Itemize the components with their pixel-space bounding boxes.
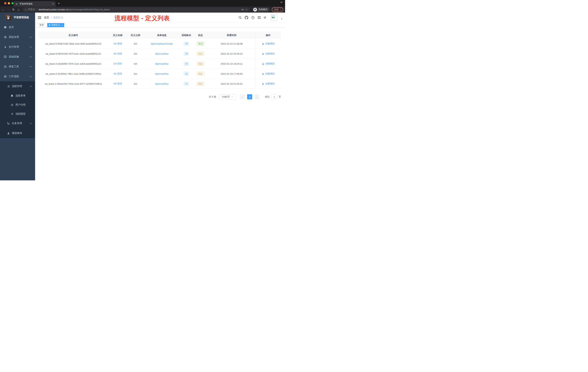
assign-rule-button[interactable]: 分配规则 [262, 82, 274, 85]
table-header: 定义编号 定义名称 定义分类 表单信息 流程版本 状态 部署时间 操作 [38, 32, 281, 39]
tab-favicon-plant-icon [15, 2, 18, 5]
browser-menu-kebab-icon[interactable] [281, 8, 281, 11]
sidebar-item-process-form[interactable]: 流程表单 [0, 91, 35, 100]
search-icon[interactable] [239, 16, 242, 19]
tab-close-icon[interactable]: × [52, 2, 54, 5]
sidebar-item-label: 流程管理 [12, 85, 28, 88]
password-key-icon[interactable] [241, 8, 244, 11]
definition-category: OA [127, 82, 144, 85]
font-size-icon[interactable]: tT [264, 16, 266, 19]
form-link[interactable]: /bpm/oa/flow [155, 72, 168, 75]
definition-name-link[interactable]: OA 请假 [114, 62, 122, 65]
sidebar-item-infrastructure[interactable]: 基础设施 [0, 52, 35, 62]
definition-name-link[interactable]: OA 请假 [114, 52, 122, 55]
next-page-button[interactable]: › [254, 94, 260, 99]
minimize-window-button[interactable] [8, 2, 10, 4]
browser-toolbar: ← → ↻ ⌂ ⚠ 不安全 dashboard.yudao.iocoder.cn… [0, 7, 285, 12]
forward-button[interactable]: → [6, 8, 10, 11]
home-button[interactable]: ⌂ [16, 8, 21, 11]
task-tree-icon [7, 122, 10, 125]
sidebar-item-workflow[interactable]: 工作流程 [0, 72, 35, 81]
header-actions: ? tT ▼ [239, 15, 283, 21]
url-text[interactable]: dashboard.yudao.iocoder.cn/bpm/manager/d… [39, 8, 240, 11]
chevron-up-icon [30, 86, 32, 87]
assign-rule-button[interactable]: 分配规则 [262, 52, 274, 55]
form-link[interactable]: /bpm/oa/flow [155, 62, 168, 65]
definition-id: oa_leave:2:3c1f0ef1-76b1-11ec-9c66-a2380… [38, 72, 108, 75]
tag-process-definition[interactable]: 流程定义 × [47, 23, 64, 27]
browser-update-button[interactable]: 更新 [272, 7, 283, 12]
form-link[interactable]: /bpm/oa/flow [155, 82, 168, 85]
definition-id: oa_leave:1:482ec033-762a-11ec-8477-a2380… [38, 82, 108, 85]
deploy-time: 2022-01-22 21:48:38 [208, 42, 255, 45]
sidebar-item-label: 支付管理 [9, 45, 28, 49]
tab-title: 芋道管理系统 [20, 2, 51, 5]
sidebar-item-payment[interactable]: ¥ 支付管理 [0, 42, 35, 52]
toolbox-icon [4, 65, 7, 68]
table-row: oa_leave:5:004b710b-7b8a-11ec-8ef0-acde4… [38, 39, 281, 49]
chevron-down-icon [30, 56, 32, 57]
sidebar-item-user-group[interactable]: 用户分组 [0, 100, 35, 109]
breadcrumb-home[interactable]: 首页 [44, 16, 49, 19]
bookmark-star-icon[interactable]: ☆ [245, 8, 248, 11]
github-icon[interactable] [245, 16, 248, 19]
goto-page-input[interactable] [271, 94, 277, 99]
definition-category: OA [127, 52, 144, 55]
tab-search-chevron-down-icon[interactable] [280, 2, 283, 3]
fullscreen-icon[interactable] [258, 16, 261, 19]
incognito-badge: 无痕模式 [252, 7, 270, 12]
user-icon [262, 73, 264, 75]
current-page-button[interactable]: 1 [247, 94, 252, 99]
sidebar-item-task-management[interactable]: 任务管理 [0, 119, 35, 128]
sidebar-item-home[interactable]: 首页 [0, 22, 35, 32]
status-badge: 挂起 [197, 52, 204, 56]
assign-rule-button[interactable]: 分配规则 [262, 62, 274, 65]
version-badge: v2 [184, 72, 189, 76]
back-button[interactable]: ← [1, 8, 5, 11]
close-window-button[interactable] [4, 2, 6, 4]
page-unit-label: 页 [279, 95, 281, 98]
page-size-value: 10条/页 [222, 95, 230, 98]
url-path: /bpm/manager/definition?key=oa_leave [68, 8, 110, 11]
definition-category: OA [127, 62, 144, 65]
sidebar-item-leave-query[interactable]: 请假查询 [0, 128, 35, 138]
help-icon[interactable]: ? [251, 16, 254, 19]
broken-image-icon [272, 15, 275, 18]
page-size-select[interactable]: 10条/页 [219, 94, 236, 99]
browser-tab[interactable]: 芋道管理系统 × [13, 1, 56, 7]
definition-name-link[interactable]: OA 请假 [114, 72, 122, 75]
user-icon [262, 53, 264, 55]
sidebar-item-process-model[interactable]: 流程模型 [0, 109, 35, 119]
chevron-down-icon [30, 37, 32, 38]
sidebar-fold-icon[interactable] [38, 16, 41, 19]
definition-name-link[interactable]: OA 请假 [114, 42, 122, 45]
sidebar-item-dev-tools[interactable]: 研发工具 [0, 62, 35, 72]
total-count: 共 5 条 [209, 95, 216, 98]
table-row: oa_leave:4:991f2193-7b7f-11ec-a3c8-acde4… [38, 49, 281, 59]
chevron-down-icon [30, 123, 32, 124]
avatar-caret-down-icon[interactable]: ▼ [281, 18, 283, 20]
assign-rule-button[interactable]: 分配规则 [262, 42, 274, 45]
sidebar-logo[interactable]: 🐰 芋道管理系统 [0, 12, 35, 22]
user-avatar[interactable] [271, 15, 277, 21]
form-link[interactable]: /bpm/oa/leave/create [151, 42, 173, 45]
prev-page-button[interactable]: ‹ [240, 94, 245, 99]
user-icon [262, 83, 264, 85]
reload-button[interactable]: ↻ [11, 8, 16, 11]
form-link[interactable]: /bpm/oa/flow [155, 52, 168, 55]
sidebar-item-label: 系统管理 [9, 35, 28, 39]
sidebar-item-process-management[interactable]: 流程管理 [0, 81, 35, 91]
form-edit-icon [10, 94, 14, 97]
new-tab-button[interactable]: + [58, 1, 60, 5]
column-header: 操作 [255, 32, 281, 39]
address-bar[interactable]: ⚠ 不安全 dashboard.yudao.iocoder.cn/bpm/man… [22, 7, 250, 12]
assign-rule-button[interactable]: 分配规则 [262, 72, 274, 75]
definition-name-link[interactable]: OA 请假 [114, 82, 122, 85]
sidebar-item-label: 流程模型 [15, 112, 32, 116]
tag-close-icon[interactable]: × [62, 24, 63, 26]
security-label[interactable]: 不安全 [28, 8, 35, 11]
tag-home[interactable]: 首页 [38, 23, 45, 27]
incognito-label: 无痕模式 [258, 8, 267, 11]
sidebar-item-system[interactable]: 系统管理 [0, 32, 35, 42]
sidebar-item-label: 研发工具 [9, 65, 28, 68]
